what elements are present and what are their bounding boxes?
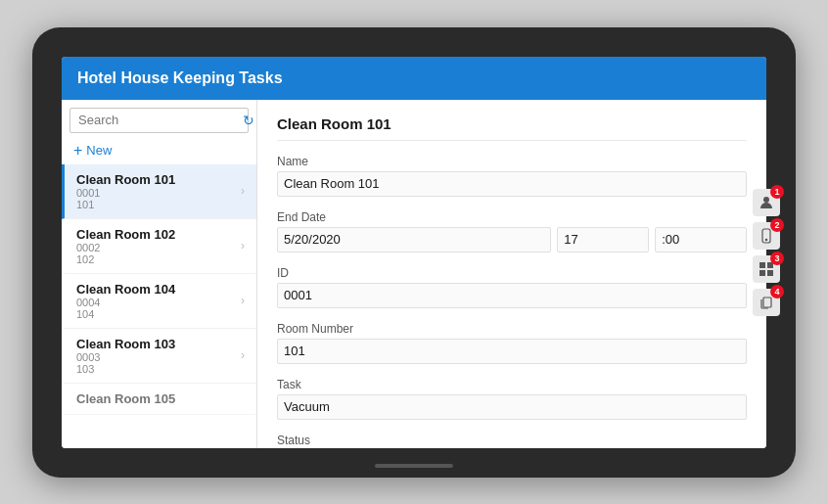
list-item-code: 0001 (76, 187, 241, 199)
end-date-field-group: End Date 5/20/2020 17 :00 (277, 210, 747, 252)
search-input[interactable] (78, 113, 243, 127)
list-item-title: Clean Room 101 (76, 172, 241, 187)
side-tool-btn-3[interactable]: 3 (753, 255, 780, 283)
list-item[interactable]: Clean Room 102 0002 102 › (62, 219, 256, 274)
svg-rect-5 (759, 270, 765, 276)
room-number-value: 101 (277, 339, 747, 364)
new-button[interactable]: + New (62, 137, 256, 164)
list-item-text: Clean Room 101 0001 101 (76, 172, 241, 210)
name-label: Name (277, 155, 747, 168)
app-header: Hotel House Keeping Tasks (62, 57, 766, 100)
tablet-screen: Hotel House Keeping Tasks ↻ + New Cl (62, 57, 766, 448)
list-items: Clean Room 101 0001 101 › Clean Room 102… (62, 164, 256, 448)
list-item-room: 103 (76, 363, 241, 375)
name-field-group: Name Clean Room 101 (277, 155, 747, 197)
end-date-label: End Date (277, 210, 747, 224)
list-item[interactable]: Clean Room 103 0003 103 › (62, 329, 256, 384)
badge-1: 1 (770, 185, 784, 199)
task-field-group: Task Vacuum (277, 378, 747, 420)
list-item-room: 104 (76, 308, 241, 320)
svg-rect-7 (763, 298, 771, 307)
id-value: 0001 (277, 283, 747, 308)
room-number-label: Room Number (277, 322, 747, 336)
search-refresh-icon[interactable]: ↻ (243, 113, 254, 128)
list-item-title: Clean Room 102 (76, 227, 241, 242)
right-panel: Clean Room 101 Name Clean Room 101 End D… (257, 100, 766, 448)
time-hour: 17 (557, 227, 649, 252)
badge-4: 4 (770, 285, 784, 298)
svg-rect-6 (767, 270, 773, 276)
side-tool-btn-4[interactable]: 4 (753, 289, 780, 316)
list-item-code: 0002 (76, 242, 241, 253)
search-bar[interactable]: ↻ (69, 108, 249, 133)
tablet-shell: Hotel House Keeping Tasks ↻ + New Cl (32, 27, 796, 478)
side-toolbar: 1 2 3 4 (753, 189, 780, 316)
date-value: 5/20/2020 (277, 227, 551, 252)
status-field-group: Status (277, 434, 747, 447)
list-item[interactable]: Clean Room 101 0001 101 › (62, 164, 256, 219)
badge-2: 2 (770, 218, 784, 232)
new-button-label: New (86, 143, 112, 158)
status-label: Status (277, 434, 747, 447)
list-item[interactable]: Clean Room 105 (62, 384, 256, 415)
svg-point-0 (763, 197, 769, 203)
svg-point-2 (765, 239, 766, 240)
plus-icon: + (73, 142, 82, 160)
left-panel: ↻ + New Clean Room 101 0001 101 › (62, 100, 257, 448)
list-item-title: Clean Room 103 (76, 337, 241, 351)
list-item[interactable]: Clean Room 104 0004 104 › (62, 274, 256, 329)
badge-3: 3 (770, 252, 784, 265)
list-item-text: Clean Room 102 0002 102 (76, 227, 241, 265)
list-item-text: Clean Room 105 (76, 391, 245, 406)
list-item-code: 0003 (76, 351, 241, 363)
list-item-title: Clean Room 104 (76, 282, 241, 297)
home-bar (375, 464, 453, 468)
name-value: Clean Room 101 (277, 171, 747, 197)
chevron-right-icon: › (241, 239, 245, 252)
id-field-group: ID 0001 (277, 266, 747, 308)
list-item-title: Clean Room 105 (76, 391, 245, 406)
side-tool-btn-1[interactable]: 1 (753, 189, 780, 216)
time-min: :00 (655, 227, 747, 252)
svg-rect-3 (759, 262, 765, 268)
list-item-room: 102 (76, 253, 241, 265)
task-label: Task (277, 378, 747, 391)
list-item-code: 0004 (76, 297, 241, 308)
room-number-field-group: Room Number 101 (277, 322, 747, 364)
app-body: ↻ + New Clean Room 101 0001 101 › (62, 100, 766, 448)
chevron-right-icon: › (241, 348, 245, 362)
list-item-room: 101 (76, 199, 241, 210)
date-row: 5/20/2020 17 :00 (277, 227, 747, 252)
app-title: Hotel House Keeping Tasks (77, 69, 283, 87)
id-label: ID (277, 266, 747, 280)
chevron-right-icon: › (241, 294, 245, 307)
list-item-text: Clean Room 104 0004 104 (76, 282, 241, 320)
list-item-text: Clean Room 103 0003 103 (76, 337, 241, 375)
task-value: Vacuum (277, 394, 747, 420)
detail-title: Clean Room 101 (277, 115, 747, 141)
side-tool-btn-2[interactable]: 2 (753, 222, 780, 250)
chevron-right-icon: › (241, 184, 245, 198)
